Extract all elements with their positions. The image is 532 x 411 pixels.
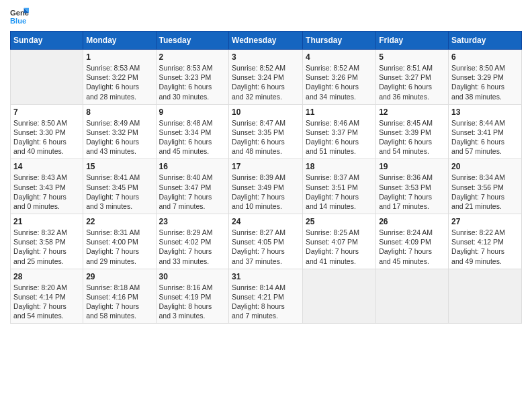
weekday-header-tuesday: Tuesday bbox=[156, 32, 229, 50]
day-number: 6 bbox=[451, 52, 519, 62]
day-number: 5 bbox=[379, 52, 445, 62]
header: General Blue bbox=[10, 7, 522, 26]
calendar-cell: 18Sunrise: 8:37 AM Sunset: 3:51 PM Dayli… bbox=[303, 159, 376, 214]
day-number: 7 bbox=[13, 107, 80, 117]
day-number: 20 bbox=[451, 162, 519, 171]
day-number: 23 bbox=[159, 217, 226, 226]
calendar-cell bbox=[11, 50, 83, 105]
day-info: Sunrise: 8:41 AM Sunset: 3:45 PM Dayligh… bbox=[86, 173, 152, 211]
weekday-header-sunday: Sunday bbox=[11, 32, 83, 50]
day-number: 28 bbox=[13, 272, 80, 281]
calendar-cell: 7Sunrise: 8:50 AM Sunset: 3:30 PM Daylig… bbox=[11, 104, 83, 159]
calendar-cell bbox=[376, 269, 449, 324]
calendar-page: General Blue SundayMondayTuesdayWednesda… bbox=[0, 0, 532, 411]
day-info: Sunrise: 8:50 AM Sunset: 3:29 PM Dayligh… bbox=[451, 63, 519, 101]
day-info: Sunrise: 8:40 AM Sunset: 3:47 PM Dayligh… bbox=[159, 173, 226, 211]
day-info: Sunrise: 8:20 AM Sunset: 4:14 PM Dayligh… bbox=[13, 283, 80, 321]
calendar-cell: 23Sunrise: 8:29 AM Sunset: 4:02 PM Dayli… bbox=[156, 214, 229, 269]
calendar-cell: 16Sunrise: 8:40 AM Sunset: 3:47 PM Dayli… bbox=[156, 159, 229, 214]
calendar-cell: 14Sunrise: 8:43 AM Sunset: 3:43 PM Dayli… bbox=[11, 159, 83, 214]
day-number: 29 bbox=[86, 272, 152, 281]
day-number: 2 bbox=[159, 52, 226, 62]
day-info: Sunrise: 8:52 AM Sunset: 3:24 PM Dayligh… bbox=[232, 63, 300, 101]
day-info: Sunrise: 8:22 AM Sunset: 4:12 PM Dayligh… bbox=[451, 228, 519, 266]
day-info: Sunrise: 8:31 AM Sunset: 4:00 PM Dayligh… bbox=[86, 228, 152, 266]
calendar-cell: 15Sunrise: 8:41 AM Sunset: 3:45 PM Dayli… bbox=[83, 159, 156, 214]
day-number: 16 bbox=[159, 162, 226, 171]
day-number: 4 bbox=[306, 52, 373, 62]
calendar-cell: 1Sunrise: 8:53 AM Sunset: 3:22 PM Daylig… bbox=[83, 50, 156, 105]
calendar-cell: 4Sunrise: 8:52 AM Sunset: 3:26 PM Daylig… bbox=[303, 50, 376, 105]
day-number: 9 bbox=[159, 107, 226, 117]
day-number: 22 bbox=[86, 217, 152, 226]
calendar-cell: 25Sunrise: 8:25 AM Sunset: 4:07 PM Dayli… bbox=[303, 214, 376, 269]
day-number: 1 bbox=[86, 52, 152, 62]
day-number: 25 bbox=[306, 217, 373, 226]
day-info: Sunrise: 8:53 AM Sunset: 3:22 PM Dayligh… bbox=[86, 63, 152, 101]
day-info: Sunrise: 8:50 AM Sunset: 3:30 PM Dayligh… bbox=[13, 118, 80, 156]
day-info: Sunrise: 8:49 AM Sunset: 3:32 PM Dayligh… bbox=[86, 118, 152, 156]
calendar-cell: 26Sunrise: 8:24 AM Sunset: 4:09 PM Dayli… bbox=[376, 214, 449, 269]
weekday-header-row: SundayMondayTuesdayWednesdayThursdayFrid… bbox=[11, 32, 522, 50]
calendar-cell: 29Sunrise: 8:18 AM Sunset: 4:16 PM Dayli… bbox=[83, 269, 156, 324]
day-number: 17 bbox=[232, 162, 300, 171]
calendar-cell: 5Sunrise: 8:51 AM Sunset: 3:27 PM Daylig… bbox=[376, 50, 449, 105]
day-info: Sunrise: 8:29 AM Sunset: 4:02 PM Dayligh… bbox=[159, 228, 226, 266]
day-info: Sunrise: 8:14 AM Sunset: 4:21 PM Dayligh… bbox=[232, 283, 300, 321]
day-number: 14 bbox=[13, 162, 80, 171]
week-row-3: 14Sunrise: 8:43 AM Sunset: 3:43 PM Dayli… bbox=[11, 159, 522, 214]
day-info: Sunrise: 8:51 AM Sunset: 3:27 PM Dayligh… bbox=[379, 63, 445, 101]
day-info: Sunrise: 8:27 AM Sunset: 4:05 PM Dayligh… bbox=[232, 228, 300, 266]
calendar-cell: 22Sunrise: 8:31 AM Sunset: 4:00 PM Dayli… bbox=[83, 214, 156, 269]
day-info: Sunrise: 8:18 AM Sunset: 4:16 PM Dayligh… bbox=[86, 283, 152, 321]
calendar-cell: 13Sunrise: 8:44 AM Sunset: 3:41 PM Dayli… bbox=[449, 104, 522, 159]
calendar-cell bbox=[449, 269, 522, 324]
day-info: Sunrise: 8:53 AM Sunset: 3:23 PM Dayligh… bbox=[159, 63, 226, 101]
day-number: 8 bbox=[86, 107, 152, 117]
weekday-header-saturday: Saturday bbox=[449, 32, 522, 50]
day-number: 15 bbox=[86, 162, 152, 171]
day-number: 31 bbox=[232, 272, 300, 281]
svg-text:Blue: Blue bbox=[10, 17, 26, 25]
calendar-cell: 8Sunrise: 8:49 AM Sunset: 3:32 PM Daylig… bbox=[83, 104, 156, 159]
calendar-cell: 12Sunrise: 8:45 AM Sunset: 3:39 PM Dayli… bbox=[376, 104, 449, 159]
day-info: Sunrise: 8:25 AM Sunset: 4:07 PM Dayligh… bbox=[306, 228, 373, 266]
calendar-cell: 10Sunrise: 8:47 AM Sunset: 3:35 PM Dayli… bbox=[229, 104, 303, 159]
day-number: 11 bbox=[306, 107, 373, 117]
day-info: Sunrise: 8:43 AM Sunset: 3:43 PM Dayligh… bbox=[13, 173, 80, 211]
day-number: 13 bbox=[451, 107, 519, 117]
day-number: 18 bbox=[306, 162, 373, 171]
calendar-cell bbox=[303, 269, 376, 324]
day-info: Sunrise: 8:46 AM Sunset: 3:37 PM Dayligh… bbox=[306, 118, 373, 156]
day-info: Sunrise: 8:37 AM Sunset: 3:51 PM Dayligh… bbox=[306, 173, 373, 211]
calendar-cell: 19Sunrise: 8:36 AM Sunset: 3:53 PM Dayli… bbox=[376, 159, 449, 214]
day-number: 3 bbox=[232, 52, 300, 62]
weekday-header-thursday: Thursday bbox=[303, 32, 376, 50]
day-number: 12 bbox=[379, 107, 445, 117]
calendar-cell: 9Sunrise: 8:48 AM Sunset: 3:34 PM Daylig… bbox=[156, 104, 229, 159]
day-number: 26 bbox=[379, 217, 445, 226]
calendar-cell: 24Sunrise: 8:27 AM Sunset: 4:05 PM Dayli… bbox=[229, 214, 303, 269]
day-info: Sunrise: 8:48 AM Sunset: 3:34 PM Dayligh… bbox=[159, 118, 226, 156]
calendar-cell: 20Sunrise: 8:34 AM Sunset: 3:56 PM Dayli… bbox=[449, 159, 522, 214]
day-number: 30 bbox=[159, 272, 226, 281]
calendar-cell: 6Sunrise: 8:50 AM Sunset: 3:29 PM Daylig… bbox=[449, 50, 522, 105]
calendar-cell: 30Sunrise: 8:16 AM Sunset: 4:19 PM Dayli… bbox=[156, 269, 229, 324]
day-number: 19 bbox=[379, 162, 445, 171]
logo-icon: General Blue bbox=[10, 7, 29, 26]
day-info: Sunrise: 8:16 AM Sunset: 4:19 PM Dayligh… bbox=[159, 283, 226, 321]
calendar-cell: 11Sunrise: 8:46 AM Sunset: 3:37 PM Dayli… bbox=[303, 104, 376, 159]
calendar-cell: 21Sunrise: 8:32 AM Sunset: 3:58 PM Dayli… bbox=[11, 214, 83, 269]
day-number: 21 bbox=[13, 217, 80, 226]
day-number: 10 bbox=[232, 107, 300, 117]
day-info: Sunrise: 8:52 AM Sunset: 3:26 PM Dayligh… bbox=[306, 63, 373, 101]
week-row-1: 1Sunrise: 8:53 AM Sunset: 3:22 PM Daylig… bbox=[11, 50, 522, 105]
calendar-table: SundayMondayTuesdayWednesdayThursdayFrid… bbox=[10, 31, 522, 324]
day-info: Sunrise: 8:24 AM Sunset: 4:09 PM Dayligh… bbox=[379, 228, 445, 266]
calendar-cell: 17Sunrise: 8:39 AM Sunset: 3:49 PM Dayli… bbox=[229, 159, 303, 214]
week-row-5: 28Sunrise: 8:20 AM Sunset: 4:14 PM Dayli… bbox=[11, 269, 522, 324]
calendar-cell: 2Sunrise: 8:53 AM Sunset: 3:23 PM Daylig… bbox=[156, 50, 229, 105]
calendar-cell: 31Sunrise: 8:14 AM Sunset: 4:21 PM Dayli… bbox=[229, 269, 303, 324]
logo: General Blue bbox=[10, 7, 29, 26]
weekday-header-friday: Friday bbox=[376, 32, 449, 50]
